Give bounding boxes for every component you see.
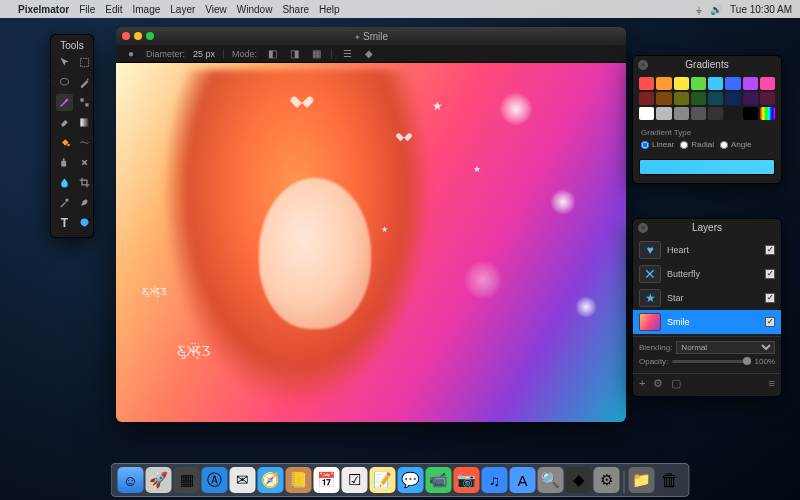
gradient-swatch[interactable] [674,107,689,120]
contacts-icon[interactable]: 📒 [286,467,312,493]
shape-options-icon[interactable]: ◆ [362,47,376,61]
gradient-swatch[interactable] [656,92,671,105]
gradient-swatch[interactable] [760,77,775,90]
finder-icon[interactable]: ☺ [118,467,144,493]
gradient-swatch[interactable] [691,107,706,120]
menu-view[interactable]: View [205,4,227,15]
gradient-swatch[interactable] [674,77,689,90]
gradient-swatch[interactable] [639,92,654,105]
gradient-swatch[interactable] [725,107,740,120]
layer-visibility-checkbox[interactable]: ✓ [765,317,775,327]
type-tool-icon[interactable]: T [56,214,73,231]
layer-visibility-checkbox[interactable]: ✓ [765,269,775,279]
warp-tool-icon[interactable] [76,134,93,151]
itunes-icon[interactable]: ♫ [482,467,508,493]
brush-preview-icon[interactable]: ● [124,47,138,61]
menubar-clock[interactable]: Tue 10:30 AM [730,4,792,15]
layer-row[interactable]: Smile ✓ [633,310,781,334]
gradient-swatch[interactable] [743,92,758,105]
gradient-swatch[interactable] [656,77,671,90]
settings-icon[interactable]: ⚙ [594,467,620,493]
lasso-tool-icon[interactable] [56,74,73,91]
diameter-value[interactable]: 25 px [193,49,215,59]
gradient-swatch[interactable] [691,92,706,105]
close-icon[interactable]: × [638,223,648,233]
calendar-icon[interactable]: 📅 [314,467,340,493]
app-name[interactable]: Pixelmator [18,4,69,15]
mode-option-1-icon[interactable]: ◧ [265,47,279,61]
align-icon[interactable]: ☰ [340,47,354,61]
move-tool-icon[interactable] [56,54,73,71]
wifi-icon[interactable]: ⏚ [696,4,702,15]
mode-option-2-icon[interactable]: ◨ [287,47,301,61]
shape-tool-icon[interactable] [76,214,93,231]
menu-help[interactable]: Help [319,4,340,15]
bucket-tool-icon[interactable] [56,134,73,151]
layer-visibility-checkbox[interactable]: ✓ [765,245,775,255]
gradient-type-linear[interactable]: Linear [641,140,674,149]
photobooth-icon[interactable]: 📷 [454,467,480,493]
safari-icon[interactable]: 🧭 [258,467,284,493]
add-layer-icon[interactable]: + [639,377,645,390]
clone-tool-icon[interactable] [56,154,73,171]
gradient-swatch[interactable] [725,92,740,105]
notes-icon[interactable]: 📝 [370,467,396,493]
appstore-b-icon[interactable]: A [510,467,536,493]
pixel-tool-icon[interactable] [76,94,93,111]
document-titlebar[interactable]: Smile [116,27,626,45]
gradient-swatch[interactable] [708,92,723,105]
opacity-slider[interactable] [672,360,750,363]
magic-wand-tool-icon[interactable] [76,74,93,91]
gradient-swatch[interactable] [639,77,654,90]
gradient-swatch[interactable] [725,77,740,90]
gradient-swatch[interactable] [691,77,706,90]
app-store-icon[interactable]: Ⓐ [202,467,228,493]
gradient-swatch[interactable] [639,107,654,120]
blending-select[interactable]: Normal [676,341,775,354]
reminders-icon[interactable]: ☑ [342,467,368,493]
mail-icon[interactable]: ✉ [230,467,256,493]
menu-layer[interactable]: Layer [170,4,195,15]
layer-row[interactable]: ♥ Heart ✓ [633,238,781,262]
layer-mask-icon[interactable]: ▢ [671,377,681,390]
gradient-swatch[interactable] [760,107,775,120]
brush-tool-icon[interactable] [56,94,73,111]
heal-tool-icon[interactable] [76,154,93,171]
gradient-swatch[interactable] [743,107,758,120]
gradient-swatch[interactable] [656,107,671,120]
messages-icon[interactable]: 💬 [398,467,424,493]
layer-row[interactable]: ★ Star ✓ [633,286,781,310]
gradient-swatch[interactable] [674,92,689,105]
marquee-tool-icon[interactable] [76,54,93,71]
trash-icon[interactable]: 🗑 [657,467,683,493]
layer-fx-icon[interactable]: ⚙ [653,377,663,390]
gradient-type-angle[interactable]: Angle [720,140,751,149]
facetime-icon[interactable]: 📹 [426,467,452,493]
layer-row[interactable]: ✕ Butterfly ✓ [633,262,781,286]
menu-share[interactable]: Share [282,4,309,15]
menu-file[interactable]: File [79,4,95,15]
blur-tool-icon[interactable] [56,174,73,191]
crop-tool-icon[interactable] [76,174,93,191]
mission-control-icon[interactable]: ▦ [174,467,200,493]
downloads-icon[interactable]: 📁 [629,467,655,493]
layer-menu-icon[interactable]: ≡ [769,377,775,390]
gradient-swatch[interactable] [760,92,775,105]
gradient-preview[interactable] [639,159,775,175]
gradient-type-radial[interactable]: Radial [680,140,714,149]
pen-tool-icon[interactable] [76,194,93,211]
close-icon[interactable]: × [638,60,648,70]
eyedropper-tool-icon[interactable] [56,194,73,211]
menu-edit[interactable]: Edit [105,4,122,15]
menu-window[interactable]: Window [237,4,273,15]
layer-visibility-checkbox[interactable]: ✓ [765,293,775,303]
launchpad-icon[interactable]: 🚀 [146,467,172,493]
canvas[interactable]: Ƹ̵̡Ӝ̵̨̄Ʒ Ƹ̵̡Ӝ̵̨̄Ʒ ★ ★ ★ [116,63,626,422]
eraser-tool-icon[interactable] [56,114,73,131]
menu-image[interactable]: Image [133,4,161,15]
volume-icon[interactable]: 🔊 [710,4,722,15]
gradient-swatch[interactable] [708,107,723,120]
pixelmator-icon[interactable]: ◆ [566,467,592,493]
gradient-tool-icon[interactable] [76,114,93,131]
gradient-swatch[interactable] [743,77,758,90]
